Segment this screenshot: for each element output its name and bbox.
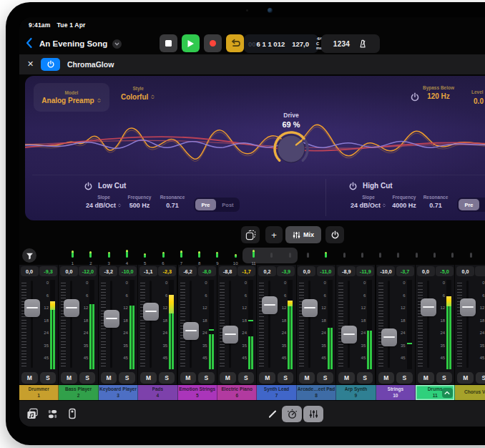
track-name-chip[interactable]: Drums 11 [416,385,455,400]
mute-button[interactable]: M [101,372,117,384]
lcd-display[interactable]: 006 1 1 012 127,0 4/4 C maj MIDI [244,34,318,53]
mute-button[interactable]: M [378,372,395,384]
mute-button[interactable]: M [140,372,157,384]
plugin-power-button[interactable] [41,58,60,71]
volume-fader[interactable] [262,296,278,314]
volume-fader[interactable] [24,299,40,317]
volume-fader[interactable] [341,326,357,344]
track-name-chip[interactable]: Pads 4 [138,385,177,400]
overview-track-5[interactable]: 5 [136,248,154,263]
faders-view-button[interactable] [303,406,323,422]
play-button[interactable] [182,34,200,52]
track-name-chip[interactable]: Emotion Strings 5 [178,385,217,400]
model-selector[interactable]: Model Analog Preamp [34,83,109,112]
add-track-button[interactable]: + [265,226,283,243]
controls-view-button[interactable] [282,406,302,422]
solo-button[interactable]: S [40,372,57,384]
duplicate-button[interactable] [241,226,260,243]
volume-fader[interactable] [143,303,159,321]
track-name-chip[interactable]: Bass Player 2 [59,385,98,400]
track-name-chip[interactable]: Chorus V [455,385,485,400]
solo-button[interactable]: S [198,372,215,384]
overview-track-10[interactable]: 10 [227,248,245,263]
filter-button[interactable] [22,248,36,263]
cycle-button[interactable] [226,34,244,52]
overview-track-8[interactable]: 8 [190,248,208,263]
solo-button[interactable]: S [436,372,453,384]
solo-button[interactable]: S [357,372,373,384]
pre-button[interactable]: Pre [459,199,479,210]
style-selector[interactable]: Style Colorful [121,86,155,101]
overview-track-14[interactable] [299,248,317,263]
solo-button[interactable]: S [278,372,294,384]
mute-button[interactable]: M [220,372,236,384]
mix-view-button[interactable]: Mix [285,226,321,243]
overview-track-20[interactable] [408,248,426,263]
track-name-chip[interactable]: Arcade…eet Pad 8 [297,385,336,400]
high-cut-power-button[interactable] [348,181,358,194]
overview-track-18[interactable] [371,248,389,263]
overview-track-12[interactable] [263,248,280,263]
mute-button[interactable]: M [299,372,315,384]
mute-button[interactable]: M [180,372,197,384]
stop-button[interactable] [160,34,177,52]
track-name-chip[interactable]: Drummer 1 [19,385,59,400]
mute-button[interactable]: M [259,372,275,384]
solo-button[interactable]: S [79,372,96,384]
volume-fader[interactable] [64,299,79,317]
solo-button[interactable]: S [159,372,175,384]
overview-track-16[interactable] [335,248,353,263]
track-name-chip[interactable]: Keyboard Player 3 [99,385,138,400]
song-disclosure-button[interactable] [112,39,122,49]
overview-track-22[interactable] [444,248,461,263]
overview-track-15[interactable] [317,248,335,263]
overview-track-4[interactable]: 4 [118,248,136,263]
plugins-button[interactable] [46,407,59,420]
overview-track-11[interactable]: 11 [245,248,263,263]
overview-track-9[interactable]: 9 [208,248,226,263]
track-overview-strip[interactable]: 1234567891011 [19,248,485,263]
volume-fader[interactable] [302,299,318,317]
track-name-chip[interactable]: Synth Lead 7 [257,385,296,400]
low-cut-power-button[interactable] [84,181,93,194]
drive-knob[interactable] [271,129,311,169]
overview-track-7[interactable]: 7 [172,248,190,263]
high-cut-resonance[interactable]: Resonance 0.71 [414,195,457,209]
chevron-up-icon[interactable] [442,388,453,398]
overview-track-3[interactable]: 3 [100,248,118,263]
overview-track-13[interactable] [281,248,299,263]
volume-fader[interactable] [460,298,476,316]
song-title-menu[interactable]: An Evening Song [39,35,122,52]
record-button[interactable] [204,34,222,52]
overview-track-6[interactable]: 6 [155,248,172,263]
mute-button[interactable]: M [21,372,38,384]
track-name-chip[interactable]: Strings 10 [376,385,416,400]
back-button[interactable] [25,36,36,49]
volume-fader[interactable] [183,322,199,340]
overview-track-17[interactable] [353,248,371,263]
solo-button[interactable]: S [476,372,485,384]
track-name-chip[interactable]: Arp Synth 9 [336,385,376,400]
loop-browser-button[interactable] [26,407,39,420]
close-icon[interactable]: ✕ [27,59,34,69]
overview-track-21[interactable] [426,248,444,263]
mute-button[interactable]: M [338,372,355,384]
low-cut-resonance[interactable]: Resonance 0.71 [151,195,194,209]
volume-fader[interactable] [421,298,436,316]
track-name-chip[interactable]: Electric Piano 6 [217,385,257,400]
volume-fader[interactable] [381,328,397,346]
mute-button[interactable]: M [418,372,434,384]
volume-fader[interactable] [104,310,119,328]
volume-fader[interactable] [222,326,238,344]
pencil-tool-button[interactable] [266,407,279,420]
overview-track-23[interactable] [462,248,480,263]
metronome-icon[interactable] [358,39,368,49]
overview-track-1[interactable]: 1 [64,248,82,263]
mute-button[interactable]: M [457,372,474,384]
solo-button[interactable]: S [317,372,333,384]
post-button[interactable]: Post [217,199,238,210]
solo-button[interactable]: S [396,372,413,384]
mute-button[interactable]: M [61,372,77,384]
overview-track-19[interactable] [389,248,407,263]
level-value[interactable]: 0.0 [457,97,485,105]
